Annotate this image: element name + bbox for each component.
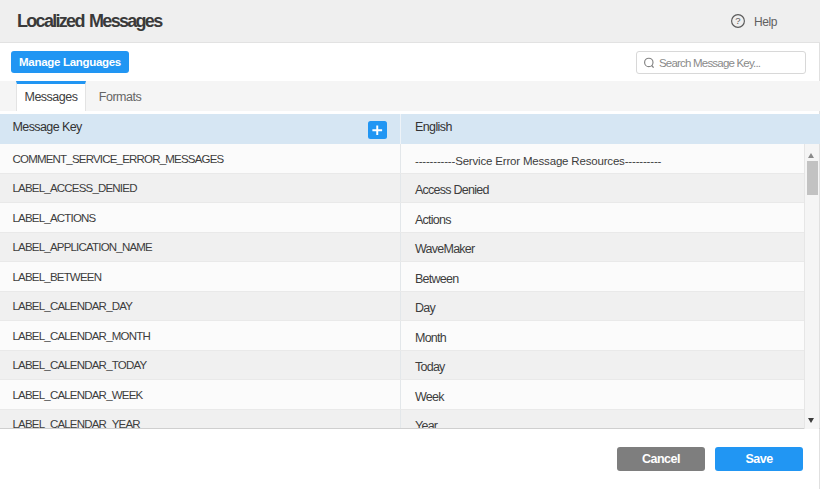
svg-text:?: ? (735, 15, 740, 26)
